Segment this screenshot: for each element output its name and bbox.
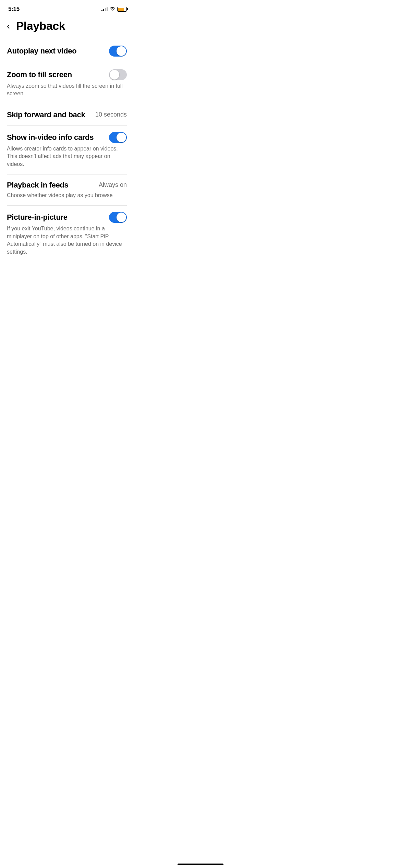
setting-row-skip: Skip forward and back 10 seconds [7,110,127,119]
setting-description-infocards: Allows creator info cards to appear on v… [7,145,127,168]
toggle-thumb-zoom [110,70,119,80]
back-button[interactable]: ‹ [5,20,13,32]
setting-item-skip: Skip forward and back 10 seconds [7,104,127,126]
setting-label-skip: Skip forward and back [7,110,95,119]
battery-icon [117,7,127,12]
setting-row-pip: Picture-in-picture [7,212,127,223]
toggle-zoom[interactable] [109,69,127,80]
page-title: Playback [16,19,65,33]
setting-label-infocards: Show in-video info cards [7,133,109,142]
wifi-icon [110,7,115,11]
setting-label-zoom: Zoom to fill screen [7,70,109,79]
setting-value-feeds: Always on [99,181,127,189]
setting-row-feeds: Playback in feeds Always on [7,181,127,190]
toggle-thumb-autoplay [117,46,126,56]
setting-item-zoom: Zoom to fill screen Always zoom so that … [7,63,127,104]
setting-item-pip: Picture-in-picture If you exit YouTube, … [7,206,127,262]
setting-value-skip: 10 seconds [95,111,127,118]
setting-item-feeds: Playback in feeds Always on Choose wheth… [7,174,127,206]
signal-bars-icon [101,7,108,11]
setting-description-feeds: Choose whether videos play as you browse [7,192,127,199]
setting-item-infocards: Show in-video info cards Allows creator … [7,126,127,174]
setting-description-pip: If you exit YouTube, videos continue in … [7,225,127,256]
signal-bar-4 [107,7,108,11]
toggle-pip[interactable] [109,212,127,223]
setting-label-feeds: Playback in feeds [7,181,99,190]
signal-bar-1 [101,10,102,11]
setting-item-autoplay: Autoplay next video [7,39,127,63]
setting-description-zoom: Always zoom so that videos fill the scre… [7,82,127,98]
battery-fill [118,8,124,11]
status-icons [101,7,127,12]
signal-bar-2 [103,9,104,11]
setting-row-autoplay: Autoplay next video [7,46,127,57]
toggle-autoplay[interactable] [109,46,127,57]
setting-row-zoom: Zoom to fill screen [7,69,127,80]
status-time: 5:15 [8,6,20,13]
toggle-thumb-infocards [117,133,126,142]
toggle-thumb-pip [117,213,126,222]
setting-row-infocards: Show in-video info cards [7,132,127,143]
toggle-infocards[interactable] [109,132,127,143]
status-bar: 5:15 [0,0,134,16]
setting-label-pip: Picture-in-picture [7,213,109,222]
settings-list: Autoplay next video Zoom to fill screen … [0,39,134,262]
setting-label-autoplay: Autoplay next video [7,47,109,56]
signal-bar-3 [105,8,106,11]
header: ‹ Playback [0,16,134,39]
